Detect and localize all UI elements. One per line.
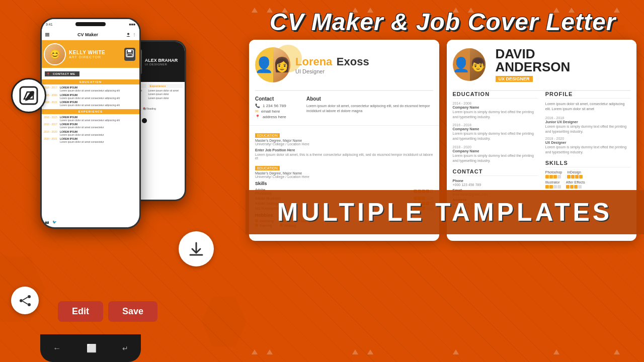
job-company: Lorem ipsum dolor sit amet, this is a th… [255, 153, 433, 160]
svg-line-5 [23, 297, 28, 300]
contact-me-btn[interactable]: 📍 CONTACT ME [45, 71, 79, 76]
card1-body: Contact 📞 1 234 56 789 ✉ email here 📍 ad… [249, 91, 439, 125]
download-circle-button[interactable] [179, 231, 214, 266]
nav-home-icon: ⬜ [87, 343, 97, 353]
phone-notch [75, 22, 106, 26]
app-title-text: CV Maker & Job Cover Letter [252, 9, 634, 36]
twitter-icon: 🐦 [52, 220, 57, 224]
save-button[interactable]: Save [108, 301, 157, 322]
skill-name-indesign: InDesign [567, 170, 583, 174]
edu-school: University/ College / Location Here [255, 142, 433, 146]
banner-text: MULTIPLE TAMPLATES [277, 198, 612, 227]
profile-date1: 2016 - 2018 [545, 116, 630, 120]
edu-degree: Master's Degree, Major Name [255, 139, 433, 142]
main-wrapper: 9:41 ■■■ CV Maker ⋮ [0, 0, 644, 362]
skill-name-aftereffects: After Effects [566, 180, 585, 184]
expertise-dot-5 [142, 118, 147, 123]
hobby-item-3: 📚 Reading [143, 107, 156, 110]
exp-item-4: 2020 - 2021 LOREM IPSUM Lorem ipsum dolo… [42, 137, 139, 144]
card1-email: ✉ email here [255, 109, 300, 114]
card1-right: About Lorem ipsum dolor sit amet, consec… [306, 96, 433, 120]
profile-title1: Junior UX Designer [545, 120, 630, 124]
svg-point-10 [127, 33, 129, 35]
cv2-exp-item: Lorem ipsum dolor sit amet Lorem ipsum d… [148, 89, 183, 96]
card1-left: Contact 📞 1 234 56 789 ✉ email here 📍 ad… [255, 96, 300, 120]
svg-rect-13 [127, 54, 132, 56]
card1-contact-label: Contact [255, 96, 300, 102]
profile-icon [126, 32, 131, 37]
svg-point-3 [28, 303, 31, 306]
card2-edu-date3: 2018 - 2020 [453, 145, 538, 149]
card2-edu-desc: Lorem ipsum is simply dummy text offed t… [453, 110, 538, 120]
download-icon [187, 240, 205, 258]
cv-name-area: KELLY WHITE ART DIRECTOR [69, 50, 105, 59]
edu-badge2: EDUCATION [255, 166, 280, 170]
phone-battery: ■■■ [129, 23, 135, 26]
hamburger-icon [45, 32, 50, 37]
right-section: CV Maker & Job Cover Letter 👩 Lorena Exo… [242, 0, 644, 362]
share-icon [18, 294, 32, 308]
skill-photoshop-block: Photoshop [545, 170, 562, 178]
card1-avatar: 👩 [255, 47, 290, 82]
card1-address: 📍 address here [255, 115, 300, 119]
edit-pencil-icon [19, 86, 38, 105]
education-section-header: EDUCATION [42, 79, 139, 84]
exp-item-3: 2015 - 2020 LOREM IPSUM Lorem ipsum dolo… [42, 130, 139, 137]
main-phone: 9:41 ■■■ CV Maker ⋮ [40, 18, 141, 229]
card2-header: 👦 DAVID ANDERSON UX DESIGNER [447, 40, 637, 90]
email-icon: ✉ [255, 109, 259, 114]
skill-stars-1 [545, 175, 562, 178]
cv-avatar: 😊 [44, 43, 66, 65]
profile-title2: UX Designer [545, 141, 630, 144]
card2-profile-text: Lorem ipsum dolor sit amet, consectetur … [545, 102, 630, 112]
card2-role-badge: UX DESIGNER [496, 76, 533, 82]
phone-screen: 9:41 ■■■ CV Maker ⋮ [42, 19, 139, 227]
card2-skills-grid: Photoshop InDesign [545, 170, 630, 178]
exp-item-1: 2010 - 2015 LOREM IPSUM Lorem ipsum dolo… [42, 115, 139, 123]
card2-skills-grid2: Illustrator After Effects [545, 180, 630, 189]
instagram-icon: 📷 [45, 220, 49, 224]
more-icon: ⋮ [132, 32, 136, 37]
contact-phone-val: +000 123 456 789 [453, 183, 538, 187]
cv2-person-name: ALEX BRAHAR [145, 58, 178, 63]
contact-phone-label: Phone [453, 179, 538, 183]
card1-jobtitle: UI Designer [295, 68, 433, 74]
edu-item-1: 2016 - 2017 LOREM IPSUM Lorem ipsum dolo… [42, 85, 139, 93]
card2-edu-label: EDUCATION [453, 91, 538, 99]
skill-aftereffects-block: After Effects [566, 180, 585, 189]
card2-edu-company3: Company Name [453, 149, 538, 153]
card1-job-entry: Enter Job Position Here Lorem ipsum dolo… [255, 148, 433, 160]
card2-skills-label: SKILLS [545, 160, 630, 167]
svg-point-4 [20, 299, 23, 302]
card2-edu-company: Company Name [453, 106, 538, 109]
profile-desc1: Lorem ipsum is simply dummy text offed t… [545, 124, 630, 134]
exp-item-2: 2010 - 2017 LOREM IPSUM Lorem ipsum dolo… [42, 122, 139, 130]
card1-header: 👩 Lorena Exoss UI Designer [249, 40, 439, 90]
location-icon-small: 📍 [255, 115, 260, 119]
card2-profile-label: PROFILE [545, 91, 630, 99]
edit-circle-button[interactable] [11, 78, 46, 113]
experience-section-header: EXPERIENCE [42, 109, 139, 114]
multiple-templates-banner: MULTIPLE TAMPLATES [246, 190, 644, 234]
card2-contact-label: CONTACT [453, 168, 538, 176]
edu-badge: EDUCATION [255, 133, 280, 138]
share-circle-button[interactable] [11, 287, 39, 314]
svg-line-6 [23, 301, 28, 304]
profile-date2: 2018 - 2020 [545, 137, 630, 140]
cv-person-name: KELLY WHITE [69, 50, 105, 55]
phone-time: 9:41 [46, 23, 53, 26]
profile-desc2: Lorem ipsum is simply dummy text offed t… [545, 145, 630, 155]
save-cv-icon-btn[interactable] [124, 48, 135, 61]
app-title-area: CV Maker & Job Cover Letter [242, 0, 644, 40]
cv2-exp-label: Experience [148, 84, 183, 88]
card2-edu-desc2: Lorem ipsum is simply dummy text offed t… [453, 131, 538, 141]
card2-edu-desc3: Lorem ipsum is simply dummy text offed t… [453, 153, 538, 163]
edit-button[interactable]: Edit [58, 301, 103, 322]
edu-item-2: 2015 - 2000 LOREM IPSUM Lorem ipsum dolo… [42, 93, 139, 101]
skill-name-photoshop: Photoshop [545, 170, 562, 174]
job-position: Enter Job Position Here [255, 148, 433, 152]
card1-about-label: About [306, 96, 433, 102]
edu-school2: University/ College / Location Here [255, 175, 433, 178]
left-section: 9:41 ■■■ CV Maker ⋮ [0, 0, 242, 362]
cv2-subtitle: UI DESIGNER [145, 63, 178, 66]
